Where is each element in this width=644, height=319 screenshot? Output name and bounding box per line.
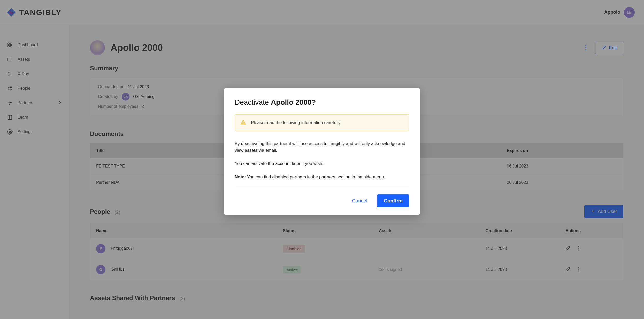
alert-text: Please read the following information ca…	[251, 120, 341, 125]
svg-rect-20	[243, 121, 243, 123]
modal-overlay[interactable]: Deactivate Apollo 2000? Please read the …	[0, 0, 644, 319]
modal-para1: By deactivating this partner it will los…	[235, 140, 409, 154]
alert-banner: Please read the following information ca…	[235, 114, 409, 131]
deactivate-modal: Deactivate Apollo 2000? Please read the …	[224, 88, 420, 215]
modal-title: Deactivate Apollo 2000?	[235, 98, 409, 107]
cancel-button[interactable]: Cancel	[349, 195, 370, 207]
svg-rect-21	[243, 123, 243, 124]
modal-body: By deactivating this partner it will los…	[235, 140, 409, 180]
confirm-button[interactable]: Confirm	[377, 194, 409, 207]
modal-divider	[235, 188, 409, 188]
modal-para2: You can activate the account later if yo…	[235, 160, 409, 167]
warning-icon	[240, 119, 246, 126]
modal-note: Note: You can find disabled partners in …	[235, 174, 409, 180]
